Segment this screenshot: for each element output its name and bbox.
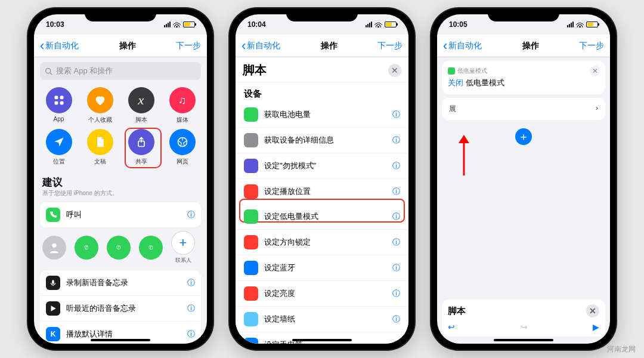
home-indicator[interactable] [494,339,553,341]
nav-title: 操作 [321,41,338,51]
nav-title: 操作 [119,41,136,51]
category-icon: ♫ [169,87,196,113]
back-button[interactable]: 新自动化 [40,41,79,51]
info-icon[interactable]: ⓘ [187,303,195,314]
category-网页[interactable]: 网页 [163,129,201,166]
category-脚本[interactable]: x脚本 [122,87,160,124]
script-item[interactable]: 设定方向锁定ⓘ [236,229,408,255]
info-icon[interactable]: ⓘ [392,186,400,197]
info-icon[interactable]: ⓘ [392,161,400,171]
script-item[interactable]: 设定"勿扰模式"ⓘ [236,153,408,178]
category-icon [169,129,196,155]
suggestion-row[interactable]: 录制新语音备忘录ⓘ [40,270,201,295]
category-位置[interactable]: 位置 [40,129,78,166]
script-icon [244,286,258,301]
svg-point-0 [46,68,51,73]
info-icon[interactable]: ⓘ [392,340,400,344]
script-icon [244,312,258,326]
category-个人收藏[interactable]: 个人收藏 [81,87,119,124]
status-time: 10:05 [449,20,467,29]
svg-point-8 [52,243,56,248]
scripts-header: 脚本 [243,62,267,78]
action-card-low-power[interactable]: 低电量模式 ✕ 关闭 低电量模式 [442,61,605,94]
script-icon [244,133,258,147]
script-item[interactable]: 设定蓝牙ⓘ [236,255,408,280]
home-indicator[interactable] [91,339,150,341]
suggestion-row[interactable]: 听最近的语音备忘录ⓘ [40,295,201,321]
script-icon [244,209,258,224]
play-button[interactable]: ▶ [593,322,599,332]
nav-bar: 新自动化 操作 下一步 [34,35,207,57]
svg-line-1 [50,72,52,74]
info-icon[interactable]: ⓘ [392,109,400,120]
svg-rect-2 [54,96,58,100]
script-item[interactable]: 设定亮度ⓘ [236,280,408,306]
script-icon [244,261,258,275]
notch [488,8,559,21]
footer-close-button[interactable]: ✕ [586,304,599,317]
info-icon[interactable]: ⓘ [392,314,400,325]
info-icon[interactable]: ⓘ [392,211,400,222]
undo-button[interactable]: ↩ [448,322,455,332]
svg-rect-3 [60,96,63,100]
nav-bar: 新自动化 操作 下一步 [236,35,408,57]
script-item[interactable]: 设定手电筒ⓘ [236,332,408,344]
svg-rect-5 [60,101,63,105]
action-keyword[interactable]: 关闭 [448,78,463,87]
delete-action-button[interactable]: ✕ [590,66,600,76]
info-icon[interactable]: ⓘ [187,277,195,288]
contact-call-3[interactable]: ✆ [139,236,163,260]
signal-icon [164,21,171,27]
notch [286,8,358,21]
back-button[interactable]: 新自动化 [443,41,482,51]
footer-panel[interactable]: 脚本✕ ↩ ↪ ▶ [442,300,605,337]
category-App[interactable]: App [40,87,78,124]
script-item[interactable]: 设定墙纸ⓘ [236,306,408,332]
call-row[interactable]: 呼叫 ⓘ [40,202,201,227]
watermark: 河南龙网 [607,344,636,354]
script-item[interactable]: 获取设备的详细信息ⓘ [236,127,408,153]
add-action-button[interactable]: ＋ [515,128,532,145]
category-icon: x [128,87,154,113]
footer-title: 脚本 [448,305,466,317]
nav-bar: 新自动化 操作 下一步 [437,35,610,57]
search-input[interactable]: 搜索 App 和操作 [40,62,201,80]
next-button[interactable]: 下一步 [579,41,604,51]
device-section-title: 设备 [236,82,408,102]
info-icon[interactable]: ⓘ [392,135,400,146]
category-icon [46,129,72,155]
script-item[interactable]: 获取电池电量ⓘ [236,102,408,127]
next-button[interactable]: 下一步 [377,41,402,51]
category-共享[interactable]: 共享 [122,129,160,166]
suggestions-title: 建议 [40,174,201,189]
back-button[interactable]: 新自动化 [242,41,280,51]
script-item[interactable]: 设定播放位置ⓘ [236,178,408,204]
info-icon[interactable]: ⓘ [392,263,400,273]
expand-row[interactable]: 展 › [442,98,605,120]
battery-icon [183,21,195,27]
category-文稿[interactable]: 文稿 [81,129,119,166]
info-icon[interactable]: ⓘ [187,329,195,340]
info-icon[interactable]: ⓘ [187,209,195,220]
next-button[interactable]: 下一步 [176,41,201,51]
script-icon [244,184,258,199]
contact-avatar[interactable] [42,236,66,260]
battery-icon [448,67,455,75]
category-媒体[interactable]: ♫媒体 [163,87,201,124]
info-icon[interactable]: ⓘ [392,288,400,299]
nav-title: 操作 [522,41,539,51]
info-icon[interactable]: ⓘ [392,237,400,248]
suggestions-subtitle: 基于您使用 iPhone 的方式。 [40,189,201,202]
contact-call-2[interactable]: ✆ [107,236,131,260]
category-icon [46,87,72,113]
close-button[interactable]: ✕ [388,64,401,77]
script-item[interactable]: 设定低电量模式ⓘ [236,204,408,229]
add-contact[interactable]: +联系人 [171,231,195,264]
call-label: 呼叫 [66,209,82,220]
home-indicator[interactable] [292,339,352,341]
card-app-name: 低电量模式 [457,67,487,75]
contact-call-1[interactable]: ✆ [75,236,98,260]
svg-rect-9 [52,280,54,284]
status-time: 10:03 [46,20,64,29]
app-icon [46,276,60,290]
